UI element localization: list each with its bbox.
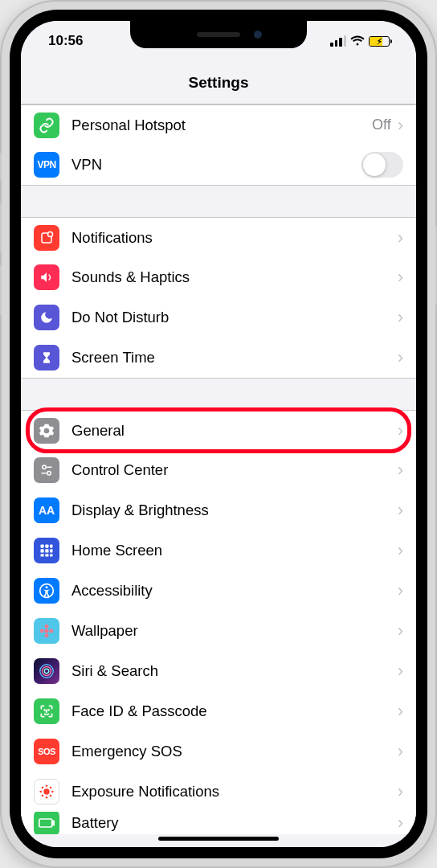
svg-point-1 (48, 231, 53, 236)
page-title: Settings (189, 74, 249, 92)
row-label: Notifications (71, 229, 398, 247)
row-label: Home Screen (71, 542, 398, 559)
row-notifications[interactable]: Notifications › (21, 217, 416, 257)
row-general[interactable]: General › (21, 410, 416, 450)
svg-point-19 (45, 633, 49, 637)
row-control-center[interactable]: Control Center › (21, 450, 416, 490)
row-do-not-disturb[interactable]: Do Not Disturb › (21, 297, 416, 338)
svg-point-27 (43, 788, 49, 794)
svg-point-33 (50, 787, 52, 789)
svg-point-18 (45, 624, 49, 628)
battery-icon (34, 812, 59, 834)
grid-icon (34, 538, 59, 563)
gear-icon (34, 418, 59, 444)
row-display-brightness[interactable]: AA Display & Brightness › (21, 490, 416, 530)
row-home-screen[interactable]: Home Screen › (21, 530, 416, 571)
row-label: Display & Brightness (71, 502, 398, 519)
moon-icon (34, 305, 59, 330)
row-screen-time[interactable]: Screen Time › (21, 338, 416, 378)
sos-icon: SOS (34, 739, 59, 764)
chevron-right-icon: › (398, 349, 403, 366)
screen: 10:56 ⚡︎ Settings (21, 21, 416, 847)
row-detail: Off (372, 117, 391, 133)
svg-point-29 (46, 796, 48, 799)
chevron-right-icon: › (398, 309, 403, 326)
row-exposure-notifications[interactable]: Exposure Notifications › (21, 772, 416, 812)
svg-point-24 (44, 669, 49, 674)
phone-frame: 10:56 ⚡︎ Settings (0, 0, 437, 868)
wifi-icon (350, 35, 365, 47)
svg-rect-11 (50, 549, 52, 552)
volume-up-button[interactable] (0, 203, 2, 252)
faceid-icon (34, 698, 59, 724)
row-label: VPN (71, 156, 361, 174)
row-vpn[interactable]: VPN VPN (21, 145, 416, 185)
chevron-right-icon: › (398, 268, 403, 286)
chevron-right-icon: › (398, 582, 403, 600)
svg-rect-6 (41, 545, 44, 548)
row-label: Accessibility (71, 582, 398, 600)
row-label: Emergency SOS (71, 743, 398, 760)
svg-point-34 (42, 795, 44, 797)
svg-point-21 (49, 629, 53, 633)
row-label: Siri & Search (71, 662, 398, 680)
chevron-right-icon: › (398, 743, 403, 760)
svg-point-17 (45, 629, 49, 633)
svg-rect-13 (45, 554, 48, 556)
svg-point-4 (47, 472, 51, 476)
row-label: Do Not Disturb (71, 309, 398, 326)
row-emergency-sos[interactable]: SOS Emergency SOS › (21, 731, 416, 772)
row-label: Personal Hotspot (71, 117, 372, 134)
row-face-id-passcode[interactable]: Face ID & Passcode › (21, 691, 416, 731)
row-siri-search[interactable]: Siri & Search › (21, 651, 416, 691)
svg-point-26 (48, 710, 49, 710)
svg-point-31 (51, 791, 54, 793)
row-wallpaper[interactable]: Wallpaper › (21, 611, 416, 651)
chevron-right-icon: › (398, 702, 403, 720)
row-label: Screen Time (71, 349, 398, 366)
row-personal-hotspot[interactable]: Personal Hotspot Off › (21, 104, 416, 145)
svg-point-20 (40, 629, 44, 633)
svg-rect-9 (41, 549, 44, 552)
row-label: Battery (71, 814, 398, 832)
silence-switch[interactable] (0, 153, 2, 180)
chevron-right-icon: › (398, 117, 403, 134)
svg-rect-10 (45, 549, 48, 552)
settings-list[interactable]: Personal Hotspot Off › VPN VPN Notificat… (21, 104, 416, 847)
exposure-icon (34, 779, 59, 805)
row-sounds-haptics[interactable]: Sounds & Haptics › (21, 257, 416, 297)
chevron-right-icon: › (398, 542, 403, 559)
chevron-right-icon: › (398, 461, 403, 479)
row-label: Control Center (71, 461, 398, 479)
row-label: General (71, 422, 398, 440)
row-label: Sounds & Haptics (71, 268, 398, 286)
home-indicator[interactable] (158, 837, 279, 841)
svg-rect-37 (53, 821, 55, 825)
svg-rect-14 (50, 554, 52, 556)
svg-point-28 (46, 784, 48, 787)
chevron-right-icon: › (398, 783, 403, 800)
nav-bar: Settings (21, 61, 416, 104)
volume-down-button[interactable] (0, 265, 2, 315)
text-size-icon: AA (34, 497, 59, 523)
row-label: Wallpaper (71, 622, 398, 640)
row-battery[interactable]: Battery › (21, 812, 416, 834)
svg-rect-8 (50, 545, 52, 548)
chevron-right-icon: › (398, 622, 403, 640)
chevron-right-icon: › (398, 229, 403, 247)
svg-point-30 (39, 791, 42, 793)
chevron-right-icon: › (398, 422, 403, 440)
svg-point-32 (42, 787, 44, 789)
cellular-signal-icon (330, 35, 346, 47)
speaker-grille (197, 32, 240, 37)
row-accessibility[interactable]: Accessibility › (21, 571, 416, 611)
speaker-icon (34, 264, 59, 290)
svg-point-2 (43, 465, 47, 469)
accessibility-icon (34, 578, 59, 604)
vpn-icon: VPN (34, 152, 59, 178)
front-camera (254, 31, 262, 39)
switches-icon (34, 457, 59, 483)
svg-rect-36 (39, 819, 52, 827)
vpn-toggle[interactable] (361, 152, 403, 178)
notch (130, 21, 307, 48)
